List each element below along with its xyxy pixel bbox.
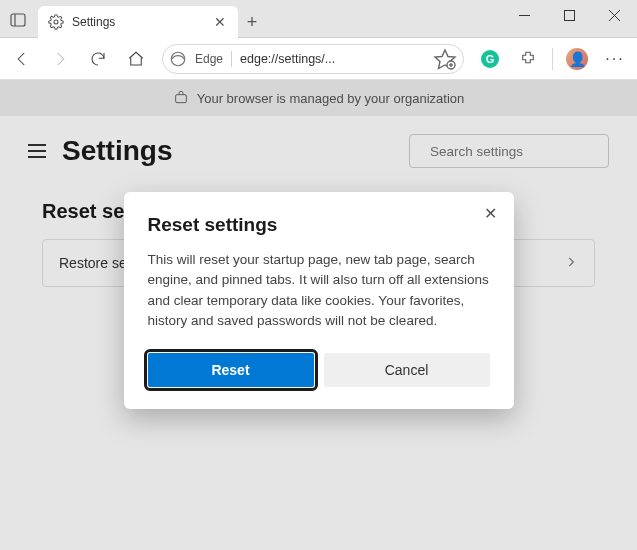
addressbar-separator	[231, 51, 232, 67]
new-tab-button[interactable]: +	[238, 6, 266, 38]
toolbar-separator	[552, 48, 553, 70]
svg-rect-4	[565, 10, 575, 20]
svg-point-2	[54, 20, 58, 24]
grammarly-extension-icon[interactable]: G	[472, 41, 508, 77]
reset-settings-dialog: ✕ Reset settings This will reset your st…	[124, 192, 514, 409]
refresh-button[interactable]	[80, 41, 116, 77]
home-button[interactable]	[118, 41, 154, 77]
titlebar: Settings ✕ +	[0, 0, 637, 38]
extensions-icon[interactable]	[510, 41, 546, 77]
gear-icon	[48, 14, 64, 30]
add-favorite-icon[interactable]	[433, 47, 457, 71]
dialog-title: Reset settings	[148, 214, 490, 236]
close-tab-icon[interactable]: ✕	[212, 14, 228, 30]
profile-avatar[interactable]: 👤	[559, 41, 595, 77]
toolbar: Edge edge://settings/... G 👤 ···	[0, 38, 637, 80]
edge-logo-icon	[169, 50, 187, 68]
tab-actions-icon[interactable]	[6, 8, 30, 32]
addressbar-url: edge://settings/...	[240, 52, 425, 66]
browser-tab-settings[interactable]: Settings ✕	[38, 6, 238, 38]
tab-title: Settings	[72, 15, 212, 29]
window-close-button[interactable]	[592, 0, 637, 30]
dialog-body: This will reset your startup page, new t…	[148, 250, 490, 331]
maximize-button[interactable]	[547, 0, 592, 30]
back-button[interactable]	[4, 41, 40, 77]
svg-point-7	[171, 52, 185, 66]
dialog-close-button[interactable]: ✕	[482, 204, 500, 222]
minimize-button[interactable]	[502, 0, 547, 30]
addressbar-browser-label: Edge	[195, 52, 223, 66]
reset-button[interactable]: Reset	[148, 353, 314, 387]
address-bar[interactable]: Edge edge://settings/...	[162, 44, 464, 74]
svg-rect-0	[11, 14, 25, 26]
more-menu-button[interactable]: ···	[597, 41, 633, 77]
forward-button[interactable]	[42, 41, 78, 77]
cancel-button[interactable]: Cancel	[324, 353, 490, 387]
